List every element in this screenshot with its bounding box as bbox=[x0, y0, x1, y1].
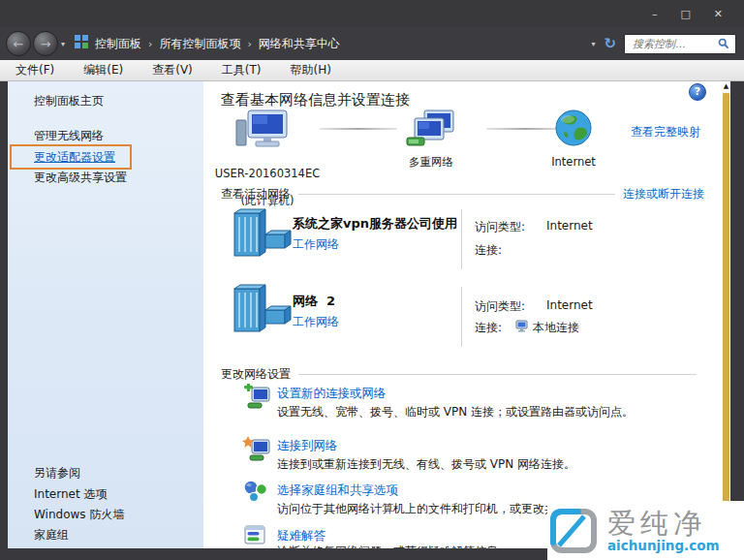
breadcrumb-network-sharing-center[interactable]: 网络和共享中心 bbox=[259, 36, 340, 52]
internet-globe-icon[interactable] bbox=[554, 109, 593, 147]
network2-name: 网络 2 bbox=[293, 293, 335, 310]
homegroup-options-link[interactable]: 选择家庭组和共享选项 bbox=[277, 482, 398, 499]
help-icon[interactable]: ? bbox=[689, 83, 706, 101]
scrollbar-thumb[interactable] bbox=[723, 93, 729, 548]
main-content: ? 查看基本网络信息并设置连接 USER-20160314EC (此计算机) 多… bbox=[203, 81, 722, 548]
active-networks-heading: 查看活动网络 bbox=[221, 186, 291, 202]
sidebar-item-manage-wireless[interactable]: 管理无线网络 bbox=[34, 128, 104, 144]
map-connector-line bbox=[320, 128, 397, 130]
sidebar: 控制面板主页 管理无线网络 更改适配器设置 更改高级共享设置 另请参阅 Inte… bbox=[8, 81, 203, 548]
sidebar-item-advanced-sharing[interactable]: 更改高级共享设置 bbox=[34, 170, 127, 186]
search-icon[interactable] bbox=[718, 38, 729, 49]
setup-new-connection-link[interactable]: 设置新的连接或网络 bbox=[277, 386, 387, 402]
watermark: 爱纯净 aichunjing.com bbox=[547, 501, 744, 560]
breadcrumb-control-panel[interactable]: 控制面板 bbox=[95, 36, 141, 52]
history-dropdown-icon[interactable]: ▾ bbox=[61, 40, 65, 48]
connect-to-network-desc: 连接到或重新连接到无线、有线、拨号或 VPN 网络连接。 bbox=[277, 456, 575, 473]
network2-divider bbox=[461, 287, 462, 347]
setup-new-connection-desc: 设置无线、宽带、拨号、临时或 VPN 连接；或设置路由器或访问点。 bbox=[277, 404, 634, 420]
back-button[interactable]: ← bbox=[6, 31, 31, 56]
page-title: 查看基本网络信息并设置连接 bbox=[221, 91, 410, 109]
network1-type-link[interactable]: 工作网络 bbox=[293, 236, 339, 253]
sidebar-item-control-panel-home[interactable]: 控制面板主页 bbox=[34, 93, 104, 109]
map-connector-line bbox=[486, 128, 564, 130]
menu-help[interactable]: 帮助(H) bbox=[291, 62, 331, 78]
search-box[interactable] bbox=[624, 34, 736, 54]
menu-bar: 文件(F) 编辑(E) 查看(V) 工具(T) 帮助(H) bbox=[0, 60, 744, 81]
network-settings-heading: 更改网络设置 bbox=[221, 366, 291, 383]
network1-access-label: 访问类型: bbox=[475, 219, 525, 235]
section-divider bbox=[298, 194, 615, 195]
network2-access-label: 访问类型: bbox=[475, 298, 525, 315]
network1-divider bbox=[461, 209, 462, 269]
multiple-networks-icon[interactable] bbox=[405, 109, 455, 151]
forward-button[interactable]: → bbox=[33, 31, 58, 56]
minimize-button[interactable]: – bbox=[652, 9, 658, 19]
vertical-scrollbar[interactable]: ▲ bbox=[722, 81, 730, 548]
sidebar-item-homegroup[interactable]: 家庭组 bbox=[34, 527, 69, 544]
sidebar-item-windows-firewall[interactable]: Windows 防火墙 bbox=[34, 507, 124, 523]
sidebar-item-internet-options[interactable]: Internet 选项 bbox=[34, 486, 107, 503]
network1-access-value: Internet bbox=[546, 219, 593, 233]
network1-connection-label: 连接: bbox=[475, 242, 502, 259]
network-center-icon bbox=[74, 34, 89, 53]
active-networks-header: 查看活动网络 连接或断开连接 bbox=[221, 186, 704, 202]
watermark-domain: aichunjing.com bbox=[607, 538, 720, 553]
this-computer-icon[interactable] bbox=[234, 109, 294, 153]
address-bar: ← → ▾ 控制面板 › 所有控制面板项 › 网络和共享中心 ▾ ↻ bbox=[0, 27, 744, 60]
connect-to-network-link[interactable]: 连接到网络 bbox=[277, 438, 338, 454]
troubleshoot-link[interactable]: 疑难解答 bbox=[277, 528, 326, 544]
breadcrumb-separator-icon: › bbox=[148, 38, 152, 50]
menu-file[interactable]: 文件(F) bbox=[16, 62, 54, 78]
view-full-map-link[interactable]: 查看完整映射 bbox=[631, 124, 700, 140]
homegroup-icon[interactable] bbox=[242, 479, 269, 504]
maximize-button[interactable]: □ bbox=[680, 9, 690, 19]
network1-name: 系统之家vpn服务器公司使用 bbox=[293, 215, 457, 233]
work-network-icon[interactable] bbox=[231, 207, 293, 262]
troubleshoot-desc: 诊断并修复网络问题，或获得疑难解答信息。 bbox=[277, 544, 510, 548]
close-button[interactable]: ✕ bbox=[714, 9, 723, 19]
title-bar: – □ ✕ bbox=[0, 0, 744, 27]
refresh-icon[interactable]: ↻ bbox=[604, 35, 616, 52]
work-network-icon[interactable] bbox=[231, 283, 293, 337]
section-divider bbox=[298, 374, 697, 375]
scroll-up-icon[interactable]: ▲ bbox=[722, 81, 730, 91]
aichunjing-logo-icon bbox=[547, 506, 600, 556]
see-also-heading: 另请参阅 bbox=[34, 465, 80, 482]
local-connection-icon bbox=[515, 320, 528, 332]
menu-view[interactable]: 查看(V) bbox=[152, 62, 193, 78]
breadcrumb-all-items[interactable]: 所有控制面板项 bbox=[159, 36, 240, 52]
adapter-settings-highlight-box bbox=[10, 144, 132, 170]
address-dropdown-icon[interactable]: ▾ bbox=[591, 40, 595, 48]
local-connection-link[interactable]: 本地连接 bbox=[533, 320, 579, 336]
new-connection-icon[interactable] bbox=[242, 384, 271, 411]
network2-access-value: Internet bbox=[546, 298, 593, 312]
watermark-text: 爱纯净 aichunjing.com bbox=[607, 509, 720, 553]
network2-connection-label: 连接: bbox=[475, 320, 502, 336]
network-settings-header: 更改网络设置 bbox=[221, 366, 704, 383]
internet-label: Internet bbox=[535, 155, 612, 169]
homegroup-options-desc: 访问位于其他网络计算机上的文件和打印机，或更改共 bbox=[277, 501, 556, 517]
multiple-networks-label: 多重网络 bbox=[392, 155, 470, 169]
watermark-name: 爱纯净 bbox=[607, 509, 720, 538]
connect-disconnect-link[interactable]: 连接或断开连接 bbox=[623, 186, 704, 202]
menu-edit[interactable]: 编辑(E) bbox=[83, 62, 123, 78]
connect-to-network-icon[interactable] bbox=[242, 436, 271, 463]
breadcrumb-separator-icon: › bbox=[247, 38, 251, 50]
menu-tools[interactable]: 工具(T) bbox=[222, 62, 262, 78]
network2-type-link[interactable]: 工作网络 bbox=[293, 314, 339, 330]
troubleshoot-icon[interactable] bbox=[244, 525, 265, 544]
search-input[interactable] bbox=[631, 37, 718, 51]
